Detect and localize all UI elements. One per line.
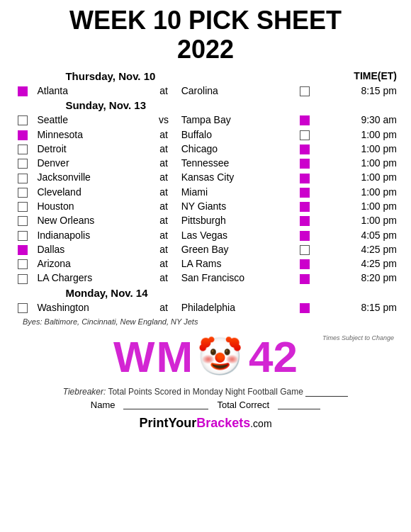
time-header: TIME(ET): [316, 69, 400, 84]
team2-checkbox[interactable]: [300, 188, 310, 198]
team1-checkbox[interactable]: [18, 188, 28, 198]
team1-name: Cleveland: [34, 185, 149, 199]
team2-checkbox[interactable]: [300, 159, 310, 169]
table-row: Atlanta at Carolina 8:15 pm: [11, 84, 400, 98]
team2-name: Las Vegas: [179, 227, 293, 242]
team2-checkbox[interactable]: [300, 86, 310, 96]
team1-name: LA Chargers: [34, 271, 149, 285]
team1-name: Houston: [34, 199, 149, 213]
team2-name: San Francisco: [179, 271, 293, 285]
team2-checkbox[interactable]: [300, 174, 310, 183]
table-row: Houston at NY Giants 1:00 pm: [11, 199, 400, 213]
table-row: Dallas at Green Bay 4:25 pm: [11, 242, 400, 256]
connector: at: [149, 170, 178, 184]
connector: vs: [149, 113, 178, 127]
game-time: 1:00 pm: [316, 127, 400, 141]
game-time: 1:00 pm: [316, 213, 400, 227]
tiebreaker-label: Tiebreaker:: [63, 387, 106, 397]
team2-checkbox[interactable]: [300, 259, 310, 269]
game-time: 4:25 pm: [316, 242, 400, 256]
byes-line: Byes: Baltimore, Cincinnati, New England…: [23, 317, 400, 326]
team2-name: Carolina: [179, 84, 293, 98]
team2-checkbox[interactable]: [300, 202, 310, 212]
team1-name: New Orleans: [34, 213, 149, 227]
name-total-line: Name Total Correct: [11, 400, 400, 410]
connector: at: [149, 271, 178, 285]
team2-checkbox[interactable]: [300, 303, 310, 313]
team1-name: Minnesota: [34, 127, 149, 141]
team1-checkbox[interactable]: [18, 202, 28, 212]
team1-name: Detroit: [34, 142, 149, 156]
game-time: 4:05 pm: [316, 227, 400, 242]
team2-name: Kansas City: [179, 170, 293, 184]
team1-checkbox[interactable]: [18, 274, 28, 284]
watermark-wm: WM: [113, 332, 194, 382]
team2-checkbox[interactable]: [300, 245, 310, 255]
team1-checkbox[interactable]: [18, 245, 28, 255]
team2-name: Chicago: [179, 142, 293, 156]
game-time: 8:15 pm: [316, 84, 400, 98]
table-row: Minnesota at Buffalo 1:00 pm: [11, 127, 400, 141]
game-time: 8:15 pm: [316, 300, 400, 315]
brand-dotcom: .com: [250, 418, 271, 429]
connector: at: [149, 156, 178, 170]
team1-checkbox[interactable]: [18, 115, 28, 125]
games-table: Thursday, Nov. 10 TIME(ET) Atlanta at Ca…: [11, 69, 400, 315]
team2-name: LA Rams: [179, 256, 293, 271]
team2-checkbox[interactable]: [300, 216, 310, 226]
table-row: Seattle vs Tampa Bay 9:30 am: [11, 113, 400, 127]
team2-checkbox[interactable]: [300, 231, 310, 241]
team2-name: Green Bay: [179, 242, 293, 256]
brand-your: Your: [168, 416, 196, 430]
team1-checkbox[interactable]: [18, 145, 28, 154]
connector: at: [149, 185, 178, 199]
table-row: Jacksonville at Kansas City 1:00 pm: [11, 170, 400, 184]
brand-print: Print: [139, 416, 168, 430]
team1-checkbox[interactable]: [18, 231, 28, 241]
team2-name: Pittsburgh: [179, 213, 293, 227]
page-title: WEEK 10 PICK SHEET 2022: [11, 6, 400, 64]
team1-checkbox[interactable]: [18, 159, 28, 169]
team1-checkbox[interactable]: [18, 216, 28, 226]
table-row: Arizona at LA Rams 4:25 pm: [11, 256, 400, 271]
team1-checkbox[interactable]: [18, 174, 28, 183]
team2-checkbox[interactable]: [300, 115, 310, 125]
team1-name: Washington: [34, 300, 149, 315]
team1-checkbox[interactable]: [18, 259, 28, 269]
game-time: 9:30 am: [316, 113, 400, 127]
game-time: 1:00 pm: [316, 185, 400, 199]
connector: at: [149, 213, 178, 227]
team1-name: Seattle: [34, 113, 149, 127]
team2-checkbox[interactable]: [300, 274, 310, 284]
brand-footer: PrintYourBrackets.com: [11, 416, 400, 431]
tiebreaker-text: Total Points Scored in Monday Night Foot…: [108, 387, 303, 397]
subject-to-change: Times Subject to Change: [322, 334, 394, 341]
section-header: Monday, Nov. 14: [65, 287, 147, 299]
name-field[interactable]: [123, 400, 208, 409]
team2-name: Buffalo: [179, 127, 293, 141]
total-correct-field[interactable]: [278, 400, 320, 409]
table-row: LA Chargers at San Francisco 8:20 pm: [11, 271, 400, 285]
team1-name: Jacksonville: [34, 170, 149, 184]
team2-checkbox[interactable]: [300, 145, 310, 154]
game-time: 8:20 pm: [316, 271, 400, 285]
tiebreaker-field[interactable]: [305, 387, 348, 397]
connector: at: [149, 227, 178, 242]
team2-checkbox[interactable]: [300, 130, 310, 140]
team1-checkbox[interactable]: [18, 86, 28, 96]
tiebreaker-line: Tiebreaker: Total Points Scored in Monda…: [11, 387, 400, 397]
team1-name: Atlanta: [34, 84, 149, 98]
team1-checkbox[interactable]: [18, 130, 28, 140]
connector: at: [149, 127, 178, 141]
table-row: Indianapolis at Las Vegas 4:05 pm: [11, 227, 400, 242]
team2-name: Tennessee: [179, 156, 293, 170]
connector: at: [149, 242, 178, 256]
table-row: Cleveland at Miami 1:00 pm: [11, 185, 400, 199]
team2-name: Tampa Bay: [179, 113, 293, 127]
time-header: [316, 285, 400, 300]
total-correct-label: Total Correct: [217, 400, 269, 410]
table-row: Denver at Tennessee 1:00 pm: [11, 156, 400, 170]
team1-name: Denver: [34, 156, 149, 170]
team1-checkbox[interactable]: [18, 303, 28, 313]
game-time: 4:25 pm: [316, 256, 400, 271]
